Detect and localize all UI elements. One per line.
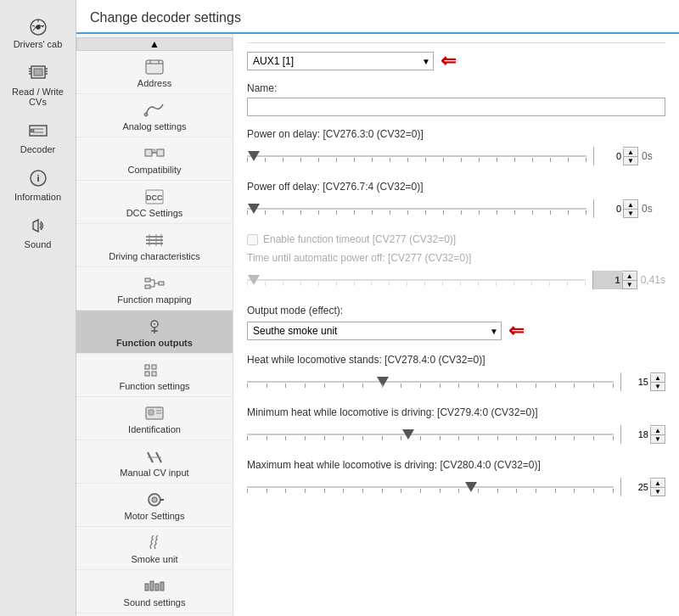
svg-rect-48 <box>145 365 149 369</box>
nav-label-analog: Analog settings <box>122 121 186 132</box>
driving-icon <box>143 231 166 249</box>
power-on-delay-decrement[interactable]: ▼ <box>624 157 637 165</box>
nav-label-identification: Identification <box>128 424 181 434</box>
nav-item-dcc[interactable]: DCC DCC Settings <box>76 181 233 224</box>
svg-rect-51 <box>152 372 156 376</box>
heat-stands-slider-wrapper: ▲ ▼ <box>247 369 665 395</box>
nav-item-function-mapping[interactable]: Function mapping <box>76 267 233 311</box>
power-off-delay-slider-wrapper: ▲ ▼ 0s <box>247 196 665 221</box>
output-mode-select[interactable]: Seuthe smoke unit Normal Dimmer Blink Do… <box>247 322 502 340</box>
nav-item-identification[interactable]: Identification <box>76 397 233 440</box>
heat-stands-btns: ▲ ▼ <box>650 374 665 390</box>
nav-item-address[interactable]: Address <box>76 51 233 94</box>
svg-point-45 <box>154 323 156 326</box>
sidebar-label-information: Information <box>14 192 61 202</box>
heat-stands-group: Heat while locomotive stands: [CV278.4:0… <box>247 354 665 395</box>
nav-panel: ▲ Address <box>76 34 233 616</box>
nav-item-sound-settings[interactable]: Sound settings <box>76 570 233 613</box>
info-icon: i <box>25 166 52 190</box>
nav-item-motor[interactable]: Motor Settings <box>76 484 233 527</box>
svg-text:DCC: DCC <box>146 193 163 202</box>
power-off-delay-slider[interactable] <box>247 202 586 216</box>
nav-label-function-outputs: Function outputs <box>116 338 193 348</box>
sidebar-label-drivers-cab: Drivers' cab <box>14 39 63 49</box>
power-on-delay-spinbox: ▲ ▼ <box>593 147 638 165</box>
power-off-delay-decrement[interactable]: ▼ <box>624 210 637 217</box>
manual-cv-icon <box>143 447 166 466</box>
heat-max-increment[interactable]: ▲ <box>651 479 665 488</box>
svg-rect-39 <box>159 282 164 285</box>
heat-stands-value[interactable] <box>621 372 650 391</box>
heat-max-label: Maximum heat while locomotive is driving… <box>247 459 665 471</box>
sidebar-item-decoder[interactable]: Decoder <box>1 114 76 160</box>
heat-max-slider[interactable] <box>247 480 614 494</box>
name-field-group: Name: <box>247 82 665 116</box>
enable-timeout-checkbox[interactable] <box>247 234 258 245</box>
output-select[interactable]: AUX1 [1] AUX2 [2] AUX3 [3] AUX4 [4] <box>247 52 434 70</box>
heat-stands-decrement[interactable]: ▼ <box>651 383 665 390</box>
power-on-delay-group: Power on delay: [CV276.3:0 (CV32=0)] <box>247 128 665 169</box>
power-off-delay-unit: 0s <box>642 203 665 215</box>
auto-power-off-unit: 0,41s <box>641 274 665 286</box>
power-off-delay-value[interactable] <box>594 199 623 218</box>
compatibility-icon <box>143 144 166 163</box>
function-settings-icon <box>143 361 166 379</box>
sidebar-item-read-write[interactable]: Read / Write CVs <box>1 56 76 112</box>
heat-min-increment[interactable]: ▲ <box>651 427 665 435</box>
output-select-wrapper: AUX1 [1] AUX2 [2] AUX3 [3] AUX4 [4] ▼ <box>247 52 434 70</box>
nav-label-manual-cv: Manual CV input <box>120 468 188 478</box>
heat-min-slider[interactable] <box>247 428 614 441</box>
nav-item-analog[interactable]: Analog settings <box>76 94 233 137</box>
output-mode-arrow-indicator: ⇐ <box>508 320 520 342</box>
nav-label-function-mapping: Function mapping <box>117 294 191 305</box>
power-on-delay-slider[interactable] <box>247 149 586 163</box>
power-on-delay-value[interactable] <box>594 147 623 165</box>
enable-timeout-row: Enable function timeout [CV277 (CV32=0)] <box>247 233 665 245</box>
heat-max-value[interactable] <box>621 478 650 496</box>
nav-item-function-settings[interactable]: Function settings <box>76 354 233 397</box>
name-label: Name: <box>247 82 665 94</box>
nav-label-motor: Motor Settings <box>125 511 185 521</box>
output-arrow-indicator: ⇐ <box>441 50 452 72</box>
sidebar-item-drivers-cab[interactable]: Drivers' cab <box>1 8 76 54</box>
auto-power-off-slider <box>247 273 586 287</box>
page-title: Change decoder settings <box>76 0 679 34</box>
nav-scroll-up[interactable]: ▲ <box>76 37 233 51</box>
heat-max-slider-wrapper: ▲ ▼ <box>247 474 665 500</box>
svg-rect-62 <box>145 584 149 591</box>
nav-item-manual-cv[interactable]: Manual CV input <box>76 440 233 484</box>
power-on-delay-unit: 0s <box>642 150 665 162</box>
auto-power-off-spinbox: ▲ ▼ <box>592 271 637 289</box>
svg-rect-64 <box>155 584 159 591</box>
nav-item-smoke[interactable]: Smoke unit <box>76 527 233 570</box>
power-on-delay-increment[interactable]: ▲ <box>624 148 637 157</box>
heat-stands-slider[interactable] <box>247 375 614 389</box>
svg-rect-6 <box>34 69 42 76</box>
nav-label-compatibility: Compatibility <box>128 165 182 175</box>
sidebar-item-sound[interactable]: Sound <box>1 209 76 255</box>
nav-label-function-settings: Function settings <box>119 381 189 391</box>
power-on-delay-slider-wrapper: ▲ ▼ 0s <box>247 143 665 169</box>
nav-item-compatibility[interactable]: Compatibility <box>76 137 233 181</box>
nav-item-function-outputs[interactable]: Function outputs <box>76 311 233 354</box>
svg-rect-26 <box>152 149 155 153</box>
heat-max-decrement[interactable]: ▼ <box>651 488 665 496</box>
power-off-delay-label: Power off delay: [CV276.7:4 (CV32=0)] <box>247 181 665 193</box>
sidebar-label-decoder: Decoder <box>20 144 56 154</box>
power-on-delay-spinbox-btns: ▲ ▼ <box>623 148 637 165</box>
heat-stands-increment[interactable]: ▲ <box>651 374 665 383</box>
heat-min-decrement[interactable]: ▼ <box>651 435 665 443</box>
enable-timeout-label: Enable function timeout [CV277 (CV32=0)] <box>263 233 456 245</box>
power-off-delay-increment[interactable]: ▲ <box>624 201 637 210</box>
output-mode-label: Output mode (effect): <box>247 305 665 316</box>
heat-min-value[interactable] <box>621 425 650 444</box>
svg-rect-37 <box>145 278 150 282</box>
nav-item-driving[interactable]: Driving characteristics <box>76 224 233 267</box>
svg-marker-19 <box>33 220 38 232</box>
name-input[interactable] <box>247 98 665 116</box>
power-on-delay-label: Power on delay: [CV276.3:0 (CV32=0)] <box>247 128 665 140</box>
motor-icon <box>143 490 166 509</box>
settings-panel: AUX1 [1] AUX2 [2] AUX3 [3] AUX4 [4] ▼ ⇐ … <box>233 34 679 616</box>
svg-rect-27 <box>157 149 164 156</box>
sidebar-item-information[interactable]: i Information <box>1 161 76 207</box>
